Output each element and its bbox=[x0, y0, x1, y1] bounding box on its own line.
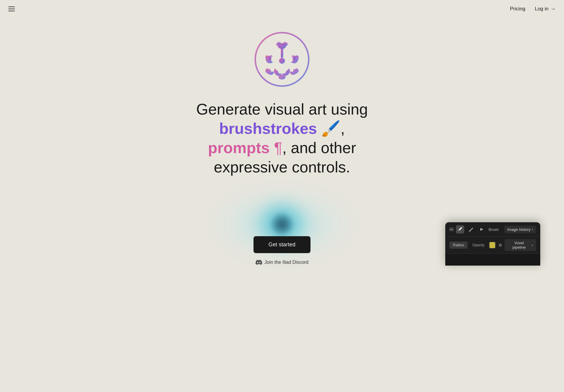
headline-part2: , and other bbox=[282, 139, 356, 156]
panel-second-row: Radius Opacity ⚙ Voxel pipeline ▾ bbox=[445, 237, 540, 254]
voxel-pipeline-label: Voxel pipeline bbox=[508, 241, 530, 250]
glow-dark-center bbox=[270, 212, 294, 236]
voxel-pipeline-arrow-icon: ▾ bbox=[532, 244, 533, 247]
opacity-button[interactable]: Opacity bbox=[470, 242, 487, 249]
logo-icon bbox=[252, 30, 312, 89]
get-started-button[interactable]: Get started bbox=[254, 236, 310, 253]
voxel-pipeline-dropdown[interactable]: Voxel pipeline ▾ bbox=[505, 239, 536, 251]
hero-section: Generate visual art using brushstrokes 🖌… bbox=[0, 0, 564, 266]
prompts-word: prompts bbox=[208, 139, 270, 156]
bottom-ui-panel: Brush Image history ▾ Radius Opacity ⚙ V… bbox=[445, 222, 540, 266]
login-link[interactable]: Log in → bbox=[535, 6, 556, 12]
headline-part3: expressive controls. bbox=[214, 158, 350, 176]
color-swatch[interactable] bbox=[489, 242, 495, 248]
navigation: Pricing Log in → bbox=[0, 0, 564, 18]
voxel-row: Voxel pipeline ▾ bbox=[505, 239, 536, 251]
login-label: Log in bbox=[535, 6, 549, 12]
headline-part1: Generate visual art using bbox=[196, 101, 368, 118]
nav-right: Pricing Log in → bbox=[510, 6, 556, 12]
svg-point-1 bbox=[279, 58, 285, 64]
radius-button[interactable]: Radius bbox=[449, 242, 468, 249]
brush-label: Brush bbox=[489, 227, 499, 232]
discord-icon bbox=[256, 259, 262, 266]
nav-left bbox=[8, 7, 15, 11]
hero-headline: Generate visual art using brushstrokes 🖌… bbox=[196, 100, 368, 177]
cta-section: Get started Join the Iliad Discord bbox=[254, 236, 310, 266]
image-history-dropdown[interactable]: Image history ▾ bbox=[504, 226, 536, 233]
brush-tool-icon[interactable] bbox=[456, 225, 464, 234]
svg-point-6 bbox=[278, 75, 286, 80]
discord-link-label: Join the Iliad Discord bbox=[264, 260, 309, 265]
para-emoji: ¶ bbox=[270, 139, 282, 156]
eraser-tool-icon[interactable] bbox=[467, 225, 475, 234]
play-tool-icon[interactable] bbox=[477, 225, 486, 234]
image-history-arrow-icon: ▾ bbox=[532, 228, 533, 231]
settings-icon[interactable]: ⚙ bbox=[498, 243, 502, 247]
pricing-link[interactable]: Pricing bbox=[510, 6, 525, 12]
brush-emoji: 🖌️ bbox=[317, 120, 340, 137]
panel-canvas-area bbox=[445, 254, 540, 266]
image-history-label: Image history bbox=[507, 227, 530, 232]
login-arrow-icon: → bbox=[550, 6, 556, 12]
svg-rect-2 bbox=[281, 47, 283, 58]
panel-right-controls: Image history ▾ bbox=[504, 226, 536, 233]
menu-button[interactable] bbox=[8, 7, 15, 11]
panel-menu-icon[interactable] bbox=[449, 228, 454, 231]
brushstrokes-word: brushstrokes bbox=[219, 120, 317, 137]
discord-link[interactable]: Join the Iliad Discord bbox=[256, 259, 309, 266]
headline-comma1: , bbox=[340, 120, 345, 137]
panel-toolbar: Brush Image history ▾ bbox=[445, 222, 540, 237]
logo-container bbox=[252, 30, 312, 89]
